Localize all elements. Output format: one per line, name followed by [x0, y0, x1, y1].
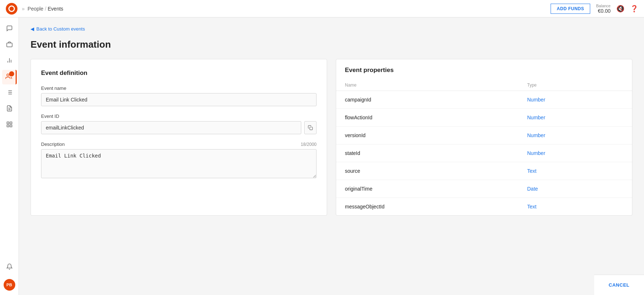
svg-rect-16 [7, 125, 9, 127]
cancel-button[interactable]: CANCEL [603, 279, 635, 291]
back-link-text: Back to Custom events [36, 26, 85, 32]
char-count: 18/2000 [301, 142, 317, 147]
prop-type: Number [519, 144, 632, 162]
app-logo[interactable] [6, 3, 17, 15]
svg-rect-0 [7, 43, 12, 47]
sidebar-bottom: PB [2, 260, 17, 291]
svg-rect-17 [310, 127, 313, 130]
event-id-row [41, 121, 317, 134]
header: » People / Events ADD FUNDS Balance €0.0… [0, 0, 644, 17]
event-id-group: Event ID [41, 113, 317, 134]
body-layout: PB ◀ Back to Custom events Event informa… [0, 17, 644, 295]
svg-rect-15 [10, 125, 12, 127]
description-label-row: Description 18/2000 [41, 141, 317, 147]
copy-id-button[interactable] [304, 121, 317, 134]
header-right: ADD FUNDS Balance €0.00 🔇 ❓ [551, 4, 638, 14]
sidebar: PB [0, 17, 19, 295]
event-name-label: Event name [41, 85, 317, 91]
main-content: ◀ Back to Custom events Event informatio… [19, 17, 644, 295]
table-row: stateId Number [336, 144, 632, 162]
campaigns-icon [6, 41, 13, 49]
builder-icon [6, 121, 13, 129]
table-row: originalTime Date [336, 180, 632, 198]
prop-name: flowActionId [336, 109, 519, 127]
back-arrow-icon: ◀ [31, 26, 34, 32]
description-label: Description [41, 141, 65, 147]
avatar[interactable]: PB [4, 279, 15, 291]
sidebar-item-notifications[interactable] [2, 260, 17, 275]
event-definition-card: Event definition Event name Event ID [31, 59, 327, 216]
balance-amount: €0.00 [596, 8, 611, 14]
prop-name: originalTime [336, 180, 519, 198]
event-properties-card: Event properties Name Type campaignId Nu… [336, 59, 632, 216]
prop-type: Number [519, 109, 632, 127]
col-header-type: Type [519, 80, 632, 91]
back-to-custom-events-link[interactable]: ◀ Back to Custom events [31, 26, 632, 32]
lists-icon [6, 89, 13, 97]
prop-name: messageObjectId [336, 198, 519, 216]
sidebar-item-reports[interactable] [2, 54, 17, 68]
prop-name: source [336, 162, 519, 180]
svg-rect-13 [7, 122, 9, 124]
page-title: Event information [31, 39, 632, 50]
table-row: messageObjectId Text [336, 198, 632, 216]
table-row: campaignId Number [336, 91, 632, 109]
reports-icon [6, 57, 13, 65]
col-header-name: Name [336, 80, 519, 91]
table-row: source Text [336, 162, 632, 180]
sidebar-item-logs[interactable] [2, 102, 17, 116]
description-textarea[interactable] [41, 149, 317, 178]
event-name-input[interactable] [41, 93, 317, 106]
add-funds-button[interactable]: ADD FUNDS [551, 4, 590, 14]
prop-name: versionId [336, 127, 519, 144]
prop-type: Date [519, 180, 632, 198]
event-id-label: Event ID [41, 113, 317, 119]
breadcrumb-events[interactable]: Events [48, 6, 63, 12]
prop-type: Text [519, 162, 632, 180]
event-properties-header: Event properties [336, 59, 632, 74]
balance-box: Balance €0.00 [596, 4, 611, 14]
help-icon[interactable]: ❓ [630, 5, 638, 13]
balance-label: Balance [596, 4, 611, 8]
bell-icon [6, 263, 13, 272]
event-properties-table: Name Type campaignId Number flowActionId… [336, 80, 632, 215]
sidebar-item-lists[interactable] [2, 86, 17, 100]
sidebar-item-conversations[interactable] [2, 22, 17, 36]
svg-point-4 [7, 74, 9, 76]
breadcrumb-people[interactable]: People [28, 6, 44, 12]
table-row: flowActionId Number [336, 109, 632, 127]
prop-type: Number [519, 127, 632, 144]
two-col-layout: Event definition Event name Event ID [31, 59, 632, 216]
people-badge [9, 71, 14, 76]
conversations-icon [6, 25, 13, 33]
sidebar-item-campaigns[interactable] [2, 38, 17, 52]
collapse-sidebar-button[interactable]: » [22, 6, 25, 12]
sidebar-item-people[interactable] [2, 70, 17, 84]
logs-icon [6, 105, 13, 113]
prop-type: Text [519, 198, 632, 216]
sidebar-item-builder[interactable] [2, 118, 17, 132]
prop-name: stateId [336, 144, 519, 162]
event-name-group: Event name [41, 85, 317, 106]
breadcrumb-separator: / [45, 6, 46, 12]
svg-rect-14 [10, 122, 12, 124]
event-definition-title: Event definition [41, 69, 317, 77]
event-id-input[interactable] [41, 121, 301, 134]
description-group: Description 18/2000 [41, 141, 317, 180]
mute-icon[interactable]: 🔇 [616, 5, 624, 13]
prop-name: campaignId [336, 91, 519, 109]
bottom-actions: CANCEL [594, 275, 644, 295]
event-properties-title: Event properties [345, 67, 623, 74]
prop-type: Number [519, 91, 632, 109]
table-row: versionId Number [336, 127, 632, 144]
breadcrumb: People / Events [28, 6, 63, 12]
